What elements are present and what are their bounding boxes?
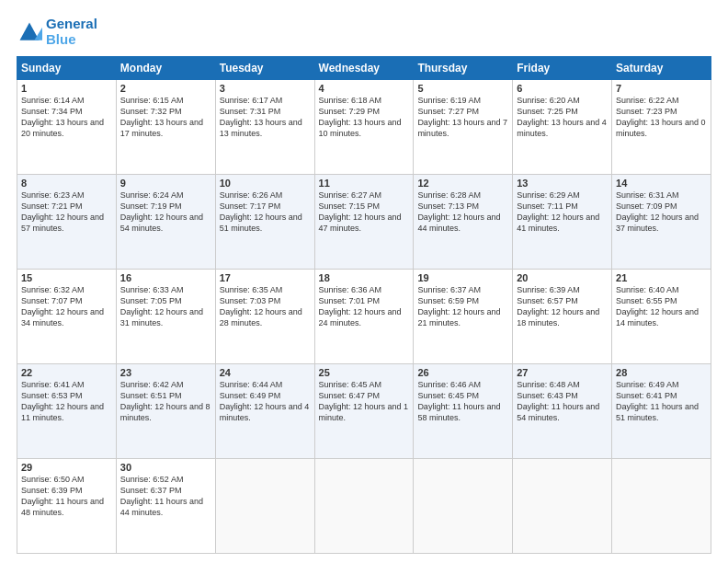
calendar-cell <box>414 459 513 554</box>
calendar-cell: 22 Sunrise: 6:41 AM Sunset: 6:53 PM Dayl… <box>17 364 117 459</box>
sunset-label: Sunset: 7:07 PM <box>21 296 83 305</box>
daylight-label: Daylight: 11 hours and 54 minutes. <box>517 402 599 422</box>
day-number: 7 <box>616 83 707 94</box>
day-info: Sunrise: 6:40 AM Sunset: 6:55 PM Dayligh… <box>616 284 707 329</box>
day-number: 8 <box>21 178 112 189</box>
day-info: Sunrise: 6:27 AM Sunset: 7:15 PM Dayligh… <box>319 190 410 235</box>
day-number: 6 <box>517 83 608 94</box>
sunrise-label: Sunrise: 6:32 AM <box>21 285 85 294</box>
day-info: Sunrise: 6:31 AM Sunset: 7:09 PM Dayligh… <box>616 190 707 235</box>
daylight-label: Daylight: 12 hours and 28 minutes. <box>220 307 302 327</box>
sunrise-label: Sunrise: 6:22 AM <box>616 96 679 105</box>
daylight-label: Daylight: 13 hours and 20 minutes. <box>21 118 104 138</box>
day-info: Sunrise: 6:35 AM Sunset: 7:03 PM Dayligh… <box>220 284 311 329</box>
calendar-table: SundayMondayTuesdayWednesdayThursdayFrid… <box>17 56 711 554</box>
daylight-label: Daylight: 12 hours and 54 minutes. <box>120 213 203 233</box>
day-number: 12 <box>417 178 508 189</box>
sunset-label: Sunset: 7:03 PM <box>220 296 281 305</box>
day-number: 9 <box>120 178 211 189</box>
sunrise-label: Sunrise: 6:46 AM <box>417 380 481 389</box>
week-row-4: 22 Sunrise: 6:41 AM Sunset: 6:53 PM Dayl… <box>17 364 711 459</box>
daylight-label: Daylight: 12 hours and 1 minute. <box>319 402 409 422</box>
day-number: 16 <box>120 272 211 283</box>
day-info: Sunrise: 6:18 AM Sunset: 7:29 PM Dayligh… <box>319 95 410 140</box>
week-row-1: 1 Sunrise: 6:14 AM Sunset: 7:34 PM Dayli… <box>17 80 711 175</box>
header: General Blue <box>17 17 711 47</box>
calendar-cell: 25 Sunrise: 6:45 AM Sunset: 6:47 PM Dayl… <box>314 364 414 459</box>
calendar-cell: 23 Sunrise: 6:42 AM Sunset: 6:51 PM Dayl… <box>116 364 215 459</box>
day-info: Sunrise: 6:42 AM Sunset: 6:51 PM Dayligh… <box>120 379 211 424</box>
day-number: 26 <box>417 367 508 378</box>
day-number: 20 <box>517 272 608 283</box>
calendar-cell: 6 Sunrise: 6:20 AM Sunset: 7:25 PM Dayli… <box>513 80 612 175</box>
sunset-label: Sunset: 7:31 PM <box>220 107 281 116</box>
sunset-label: Sunset: 6:41 PM <box>616 391 677 400</box>
day-info: Sunrise: 6:33 AM Sunset: 7:05 PM Dayligh… <box>120 284 211 329</box>
calendar-cell <box>314 459 414 554</box>
day-number: 5 <box>417 83 508 94</box>
day-number: 3 <box>220 83 311 94</box>
day-info: Sunrise: 6:46 AM Sunset: 6:45 PM Dayligh… <box>417 379 508 424</box>
day-info: Sunrise: 6:19 AM Sunset: 7:27 PM Dayligh… <box>417 95 508 140</box>
sunset-label: Sunset: 7:09 PM <box>616 201 677 211</box>
day-info: Sunrise: 6:28 AM Sunset: 7:13 PM Dayligh… <box>417 190 508 235</box>
sunset-label: Sunset: 6:53 PM <box>21 391 83 400</box>
daylight-label: Daylight: 11 hours and 48 minutes. <box>21 497 104 517</box>
sunrise-label: Sunrise: 6:29 AM <box>517 190 580 200</box>
day-info: Sunrise: 6:24 AM Sunset: 7:19 PM Dayligh… <box>120 190 211 235</box>
weekday-header-saturday: Saturday <box>612 57 711 80</box>
daylight-label: Daylight: 12 hours and 41 minutes. <box>517 213 599 233</box>
day-number: 1 <box>21 83 112 94</box>
daylight-label: Daylight: 13 hours and 13 minutes. <box>220 118 302 138</box>
sunrise-label: Sunrise: 6:39 AM <box>517 285 580 294</box>
day-number: 11 <box>319 178 410 189</box>
calendar-cell: 26 Sunrise: 6:46 AM Sunset: 6:45 PM Dayl… <box>414 364 513 459</box>
calendar-cell: 28 Sunrise: 6:49 AM Sunset: 6:41 PM Dayl… <box>612 364 711 459</box>
daylight-label: Daylight: 13 hours and 17 minutes. <box>120 118 203 138</box>
day-info: Sunrise: 6:36 AM Sunset: 7:01 PM Dayligh… <box>319 284 410 329</box>
sunset-label: Sunset: 7:27 PM <box>417 107 479 116</box>
calendar-cell: 7 Sunrise: 6:22 AM Sunset: 7:23 PM Dayli… <box>612 80 711 175</box>
sunrise-label: Sunrise: 6:19 AM <box>417 96 481 105</box>
calendar-cell: 29 Sunrise: 6:50 AM Sunset: 6:39 PM Dayl… <box>17 459 117 554</box>
daylight-label: Daylight: 13 hours and 4 minutes. <box>517 118 607 138</box>
weekday-header-monday: Monday <box>116 57 215 80</box>
sunrise-label: Sunrise: 6:18 AM <box>319 96 382 105</box>
sunrise-label: Sunrise: 6:20 AM <box>517 96 580 105</box>
calendar-cell: 20 Sunrise: 6:39 AM Sunset: 6:57 PM Dayl… <box>513 270 612 364</box>
calendar-cell: 13 Sunrise: 6:29 AM Sunset: 7:11 PM Dayl… <box>513 175 612 270</box>
daylight-label: Daylight: 12 hours and 34 minutes. <box>21 307 104 327</box>
sunset-label: Sunset: 7:29 PM <box>319 107 381 116</box>
sunset-label: Sunset: 7:15 PM <box>319 201 381 211</box>
sunrise-label: Sunrise: 6:49 AM <box>616 380 679 389</box>
page: General Blue SundayMondayTuesdayWednesda… <box>0 0 728 563</box>
calendar-cell: 27 Sunrise: 6:48 AM Sunset: 6:43 PM Dayl… <box>513 364 612 459</box>
day-number: 30 <box>120 462 211 473</box>
sunrise-label: Sunrise: 6:45 AM <box>319 380 382 389</box>
sunset-label: Sunset: 6:39 PM <box>21 486 83 495</box>
sunset-label: Sunset: 6:37 PM <box>120 486 182 495</box>
sunset-label: Sunset: 6:51 PM <box>120 391 182 400</box>
day-info: Sunrise: 6:14 AM Sunset: 7:34 PM Dayligh… <box>21 95 112 140</box>
calendar-cell: 3 Sunrise: 6:17 AM Sunset: 7:31 PM Dayli… <box>215 80 314 175</box>
daylight-label: Daylight: 11 hours and 51 minutes. <box>616 402 699 422</box>
logo-text: General Blue <box>46 17 97 47</box>
weekday-header-wednesday: Wednesday <box>314 57 414 80</box>
week-row-5: 29 Sunrise: 6:50 AM Sunset: 6:39 PM Dayl… <box>17 459 711 554</box>
sunset-label: Sunset: 7:13 PM <box>417 201 479 211</box>
calendar-cell <box>612 459 711 554</box>
day-number: 24 <box>220 367 311 378</box>
sunset-label: Sunset: 7:21 PM <box>21 201 83 211</box>
week-row-3: 15 Sunrise: 6:32 AM Sunset: 7:07 PM Dayl… <box>17 270 711 364</box>
day-number: 15 <box>21 272 112 283</box>
calendar-cell: 1 Sunrise: 6:14 AM Sunset: 7:34 PM Dayli… <box>17 80 117 175</box>
day-info: Sunrise: 6:17 AM Sunset: 7:31 PM Dayligh… <box>220 95 311 140</box>
calendar-cell <box>513 459 612 554</box>
day-number: 14 <box>616 178 707 189</box>
sunset-label: Sunset: 7:34 PM <box>21 107 83 116</box>
calendar-cell: 21 Sunrise: 6:40 AM Sunset: 6:55 PM Dayl… <box>612 270 711 364</box>
day-info: Sunrise: 6:49 AM Sunset: 6:41 PM Dayligh… <box>616 379 707 424</box>
calendar-cell: 8 Sunrise: 6:23 AM Sunset: 7:21 PM Dayli… <box>17 175 117 270</box>
day-info: Sunrise: 6:37 AM Sunset: 6:59 PM Dayligh… <box>417 284 508 329</box>
daylight-label: Daylight: 13 hours and 10 minutes. <box>319 118 402 138</box>
